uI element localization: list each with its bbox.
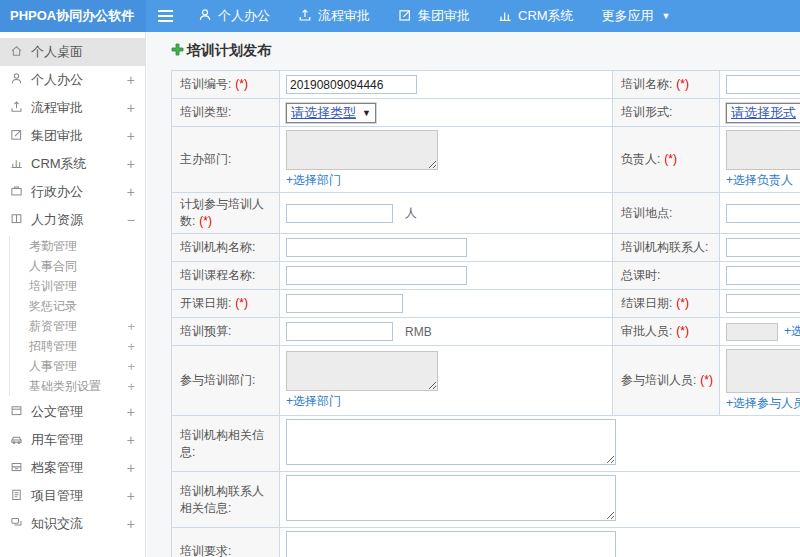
topnav-personal-office[interactable]: 个人办公 [184,0,284,32]
expand-icon[interactable]: + [127,184,135,200]
location-input[interactable] [726,204,800,223]
sidebar-item-label: 奖惩记录 [29,298,77,315]
sidebar-subitem-recruitment[interactable]: 招聘管理 + [10,336,145,356]
expand-icon[interactable]: + [127,460,135,476]
expand-icon[interactable]: + [127,379,135,394]
expand-icon[interactable]: + [127,404,135,420]
join-people-box[interactable] [726,349,800,393]
leader-box[interactable] [726,130,800,170]
budget-input[interactable] [286,322,393,341]
page: PHPOA协同办公软件 个人办公 流程审批 集团审批 [0,0,800,557]
expand-icon[interactable]: + [127,339,135,354]
training-number-input[interactable] [286,75,417,94]
expand-icon[interactable]: + [127,72,135,88]
training-name-input[interactable] [726,75,800,94]
page-title-text: 培训计划发布 [187,42,271,60]
org-contact-input[interactable] [726,238,800,257]
required-mark: (*) [235,296,248,310]
topnav-label: CRM系统 [518,7,574,25]
sidebar-item-archives[interactable]: 档案管理 + [0,454,145,482]
field-label: 培训预算: [180,324,231,338]
end-date-input[interactable] [726,294,800,313]
topnav-workflow-approval[interactable]: 流程审批 [284,0,384,32]
host-dept-box[interactable] [286,130,438,170]
user-icon [198,8,212,25]
sidebar-subitem-salary[interactable]: 薪资管理 + [10,316,145,336]
sidebar-item-label: 用车管理 [31,431,83,449]
field-label: 培训地点: [621,206,672,220]
sidebar-item-personal-desktop[interactable]: 个人桌面 [0,38,145,66]
field-label: 培训课程名称: [180,268,255,282]
topnav-group-approval[interactable]: 集团审批 [384,0,484,32]
select-leader-link[interactable]: +选择负责人 [726,172,793,189]
sidebar-item-knowledge[interactable]: 知识交流 + [0,510,145,538]
sidebar: 个人桌面 个人办公 + 流程审批 + 集团审批 + [0,32,146,557]
sidebar-item-label: 项目管理 [31,487,83,505]
sidebar-subitem-reward-punishment[interactable]: 奖惩记录 [10,296,145,316]
expand-icon[interactable]: + [127,432,135,448]
org-name-input[interactable] [286,238,467,257]
training-mode-select[interactable]: 请选择形式 ▼ [726,103,800,123]
field-label: 主办部门: [180,152,231,166]
sidebar-item-hr[interactable]: 人力资源 − [0,206,145,234]
sidebar-item-personal-office[interactable]: 个人办公 + [0,66,145,94]
sidebar-item-label: 培训管理 [29,278,77,295]
requirement-textarea[interactable] [286,531,616,557]
field-label: 培训类型: [180,105,231,119]
edit-icon [398,8,412,25]
hamburger-icon[interactable] [146,0,184,32]
expand-icon[interactable]: + [127,128,135,144]
field-label: 培训编号: [180,77,231,91]
sidebar-item-crm[interactable]: CRM系统 + [0,150,145,178]
sidebar-item-official-docs[interactable]: 公文管理 + [0,398,145,426]
field-label: 总课时: [621,268,660,282]
sidebar-item-admin-office[interactable]: 行政办公 + [0,178,145,206]
join-dept-box[interactable] [286,351,438,391]
expand-icon[interactable]: + [127,319,135,334]
field-label: 培训机构联系人: [621,240,708,254]
upload-icon [10,100,23,116]
total-hours-input[interactable] [726,266,800,285]
training-type-select[interactable]: 请选择类型 ▼ [286,103,376,123]
sidebar-item-label: 流程审批 [31,99,83,117]
expand-icon[interactable]: + [127,488,135,504]
required-mark: (*) [664,152,677,166]
sidebar-subitem-hr-contract[interactable]: 人事合同 [10,256,145,276]
sidebar-item-label: 基础类别设置 [29,378,101,395]
expand-icon[interactable]: + [127,516,135,532]
select-approver-link[interactable]: +选择审批人员 [784,323,800,340]
app-title: PHPOA协同办公软件 [0,0,146,32]
start-date-input[interactable] [286,294,403,313]
field-label: 审批人员: [621,324,672,338]
collapse-icon[interactable]: − [127,212,135,228]
caret-down-icon: ▼ [362,108,371,118]
topnav-crm[interactable]: CRM系统 [484,0,588,32]
expand-icon[interactable]: + [127,100,135,116]
select-join-people-link[interactable]: +选择参与人员 [726,395,800,412]
required-mark: (*) [676,77,689,91]
expand-icon[interactable]: + [127,359,135,374]
select-dept-link[interactable]: +选择部门 [286,172,341,189]
expand-icon[interactable]: + [127,156,135,172]
field-label: 培训要求: [180,544,231,557]
sidebar-item-projects[interactable]: 项目管理 + [0,482,145,510]
org-contact-info-textarea[interactable] [286,475,616,521]
edit-icon [10,128,23,144]
sidebar-subitem-base-category[interactable]: 基础类别设置 + [10,376,145,396]
sidebar-subitem-training[interactable]: 培训管理 [10,276,145,296]
sidebar-item-vehicle[interactable]: 用车管理 + [0,426,145,454]
org-info-textarea[interactable] [286,419,616,465]
sidebar-item-group-approval[interactable]: 集团审批 + [0,122,145,150]
approver-box[interactable] [726,323,778,341]
sidebar-subitem-personnel[interactable]: 人事管理 + [10,356,145,376]
sidebar-item-workflow-approval[interactable]: 流程审批 + [0,94,145,122]
sidebar-subitem-attendance[interactable]: 考勤管理 [10,236,145,256]
course-name-input[interactable] [286,266,467,285]
select-join-dept-link[interactable]: +选择部门 [286,393,341,410]
training-plan-form: 培训编号:(*) 培训名称:(*) 培训类型: 请选择类型 ▼ 培训形式: 请选 [171,70,800,557]
user-icon [10,72,23,88]
planned-count-input[interactable] [286,204,393,223]
upload-icon [298,8,312,25]
chart-icon [10,156,23,172]
topnav-more-apps[interactable]: 更多应用 ▼ [588,0,685,32]
